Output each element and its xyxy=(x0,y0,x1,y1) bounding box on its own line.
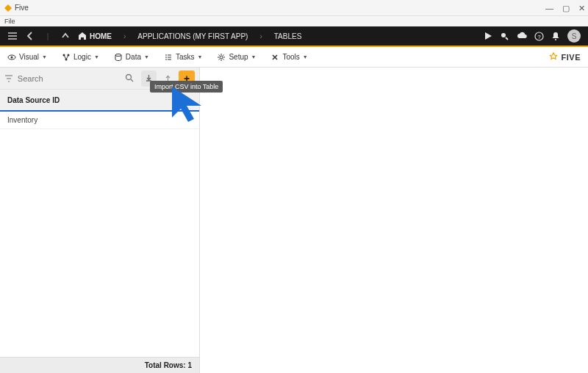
svg-point-11 xyxy=(115,54,121,56)
breadcrumb-tables-label: TABLES xyxy=(274,32,302,40)
window-controls: — ▢ ✕ xyxy=(545,0,585,16)
cloud-icon[interactable] xyxy=(517,32,527,40)
logic-icon xyxy=(62,53,71,62)
search-icon[interactable] xyxy=(122,70,138,87)
chevron-down-icon: ▼ xyxy=(303,54,308,59)
section-visual[interactable]: Visual ▼ xyxy=(7,53,47,62)
sidebar-footer: Total Rows: 1 xyxy=(0,357,199,373)
hamburger-icon[interactable] xyxy=(7,31,18,41)
list-item-label: Inventory xyxy=(7,116,37,124)
back-icon[interactable] xyxy=(25,31,35,41)
top-nav: | HOME › APPLICATIONS (MY FIRST APP) › T… xyxy=(0,26,588,47)
chevron-right-icon: › xyxy=(259,32,262,40)
svg-point-12 xyxy=(220,56,223,59)
filter-icon[interactable] xyxy=(4,74,15,83)
section-logic-label: Logic xyxy=(74,53,91,61)
help-icon[interactable]: ? xyxy=(534,32,544,41)
breadcrumb-home-label: HOME xyxy=(90,32,112,40)
window-maximize-button[interactable]: ▢ xyxy=(562,4,570,13)
window-title: Five xyxy=(15,4,29,12)
section-setup[interactable]: Setup ▼ xyxy=(217,53,256,62)
search-input[interactable] xyxy=(18,74,119,83)
brand-star-icon xyxy=(548,52,559,62)
section-data[interactable]: Data ▼ xyxy=(114,53,149,62)
search-global-icon[interactable] xyxy=(500,32,509,41)
avatar[interactable]: S xyxy=(567,29,581,43)
column-header-label: Data Source ID xyxy=(7,96,60,104)
avatar-initial: S xyxy=(572,32,577,40)
content-area xyxy=(200,68,588,373)
tasks-icon xyxy=(164,53,173,62)
nav-right: ? S xyxy=(484,29,581,43)
column-header[interactable]: Data Source ID xyxy=(0,90,199,112)
section-tools-label: Tools xyxy=(282,53,299,61)
breadcrumb-applications[interactable]: APPLICATIONS (MY FIRST APP) xyxy=(137,32,248,40)
section-visual-label: Visual xyxy=(19,53,39,61)
database-icon xyxy=(114,53,123,62)
chevron-down-icon: ▼ xyxy=(144,54,149,59)
svg-point-13 xyxy=(126,75,132,80)
section-data-label: Data xyxy=(126,53,141,61)
sidebar: + Data Source ID Inventory Total Rows: 1 xyxy=(0,68,200,373)
tooltip-text: Import CSV into Table xyxy=(154,83,218,90)
brand-logo: FIVE xyxy=(548,52,581,62)
footer-label: Total Rows: xyxy=(145,361,186,369)
svg-point-7 xyxy=(11,56,13,58)
tooltip-import-csv: Import CSV into Table xyxy=(150,81,223,93)
up-icon[interactable] xyxy=(60,31,71,41)
svg-marker-1 xyxy=(485,32,492,40)
section-tools[interactable]: Tools ▼ xyxy=(270,53,307,62)
menu-file[interactable]: File xyxy=(4,18,15,25)
window-titlebar: Five — ▢ ✕ xyxy=(0,0,588,16)
chevron-down-icon: ▼ xyxy=(251,54,257,59)
svg-point-2 xyxy=(501,33,506,37)
breadcrumb-home[interactable]: HOME xyxy=(78,32,112,40)
table-list: Inventory xyxy=(0,112,199,357)
divider: | xyxy=(43,31,53,41)
footer-count: 1 xyxy=(187,361,192,369)
svg-text:?: ? xyxy=(537,33,541,40)
list-item[interactable]: Inventory xyxy=(0,112,199,129)
home-icon xyxy=(78,32,87,40)
nav-left: | HOME › APPLICATIONS (MY FIRST APP) › T… xyxy=(7,31,301,41)
chevron-down-icon: ▼ xyxy=(42,54,47,59)
svg-marker-0 xyxy=(4,4,12,12)
eye-icon xyxy=(7,53,16,62)
section-tasks-label: Tasks xyxy=(176,53,195,61)
section-logic[interactable]: Logic ▼ xyxy=(62,53,99,62)
section-bar: Visual ▼ Logic ▼ Data ▼ Tasks ▼ Setup ▼ … xyxy=(0,47,588,68)
chevron-right-icon: › xyxy=(123,32,126,40)
svg-point-5 xyxy=(555,39,556,40)
brand-label: FIVE xyxy=(562,53,581,62)
window-close-button[interactable]: ✕ xyxy=(578,4,585,13)
breadcrumb-tables[interactable]: TABLES xyxy=(274,32,302,40)
gear-icon xyxy=(217,53,226,62)
section-setup-label: Setup xyxy=(229,53,248,61)
menubar: File xyxy=(0,16,588,26)
breadcrumb-applications-label: APPLICATIONS (MY FIRST APP) xyxy=(137,32,248,40)
app-icon xyxy=(4,4,12,12)
main: + Data Source ID Inventory Total Rows: 1 xyxy=(0,68,588,373)
bell-icon[interactable] xyxy=(551,32,560,41)
section-tasks[interactable]: Tasks ▼ xyxy=(164,53,203,62)
window-minimize-button[interactable]: — xyxy=(545,4,553,12)
chevron-down-icon: ▼ xyxy=(94,54,99,59)
play-icon[interactable] xyxy=(484,32,492,40)
chevron-down-icon: ▼ xyxy=(197,54,202,59)
tools-icon xyxy=(270,53,279,62)
